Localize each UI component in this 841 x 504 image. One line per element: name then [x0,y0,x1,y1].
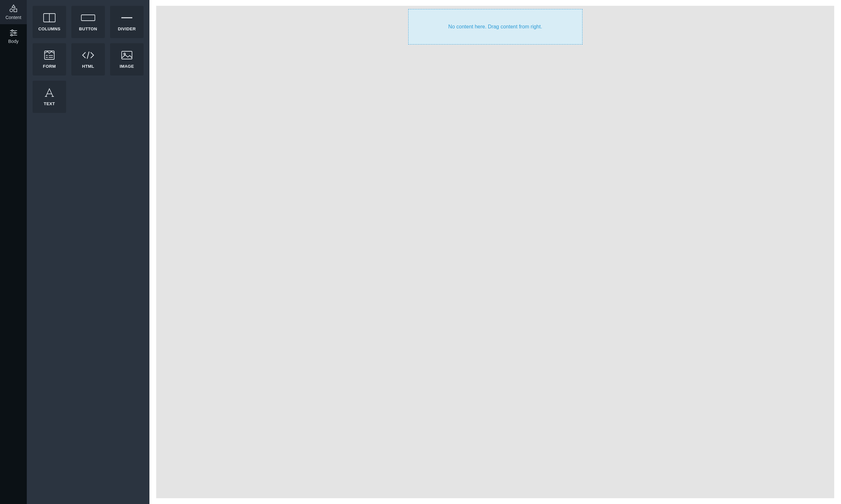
nav-rail: Content Body [0,0,27,504]
editor-canvas[interactable]: No content here. Drag content from right… [156,6,834,498]
nav-tab-label: Content [5,15,21,20]
code-icon [82,50,94,60]
canvas-wrap: No content here. Drag content from right… [149,0,841,504]
tools-grid: COLUMNS BUTTON DIVIDER [33,6,144,113]
tool-label: COLUMNS [38,26,61,31]
app-root: Content Body [0,0,841,504]
tool-image[interactable]: IMAGE [110,43,144,75]
nav-tab-body[interactable]: Body [0,24,27,49]
tool-divider[interactable]: DIVIDER [110,6,144,38]
columns-icon [43,13,55,23]
svg-point-8 [11,34,12,36]
tool-text[interactable]: TEXT [33,81,66,113]
form-icon [44,50,55,60]
svg-rect-2 [14,9,17,12]
dropzone-message: No content here. Drag content from right… [448,24,542,30]
empty-dropzone[interactable]: No content here. Drag content from right… [408,9,583,44]
tool-label: DIVIDER [118,26,136,31]
svg-line-18 [87,52,89,59]
button-icon [81,13,95,23]
tool-label: FORM [43,64,56,69]
svg-rect-11 [81,15,95,21]
nav-tab-label: Body [8,39,19,44]
svg-marker-0 [12,5,15,7]
svg-point-20 [124,53,126,55]
shapes-icon [9,4,18,14]
tool-label: TEXT [44,101,55,106]
svg-point-1 [10,9,13,12]
text-icon [44,88,54,97]
tool-html[interactable]: HTML [71,43,105,75]
image-icon [121,50,132,60]
nav-tab-content[interactable]: Content [0,0,27,24]
sliders-icon [10,29,18,37]
svg-point-4 [11,30,13,31]
tool-label: BUTTON [79,26,97,31]
tool-label: IMAGE [120,64,134,69]
divider-icon [121,13,132,23]
tool-label: HTML [82,64,94,69]
tool-button[interactable]: BUTTON [71,6,105,38]
tool-form[interactable]: FORM [33,43,66,75]
tools-panel: COLUMNS BUTTON DIVIDER [27,0,149,504]
tool-columns[interactable]: COLUMNS [33,6,66,38]
svg-point-6 [14,32,16,34]
svg-rect-19 [122,51,132,59]
